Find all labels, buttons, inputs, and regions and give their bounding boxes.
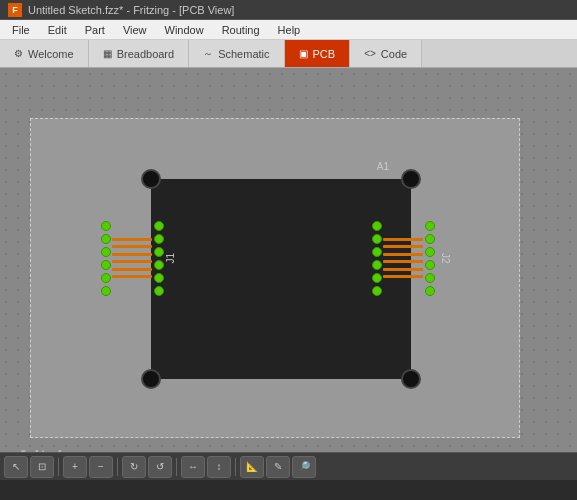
tool-zoom-fit[interactable]: ⊡ xyxy=(30,456,54,478)
pcb-icon: ▣ xyxy=(299,48,308,59)
menu-bar: File Edit Part View Window Routing Help xyxy=(0,20,577,40)
pad xyxy=(154,273,164,283)
tab-code-label: Code xyxy=(381,48,407,60)
tool-zoom-out[interactable]: − xyxy=(89,456,113,478)
trace xyxy=(383,268,423,271)
menu-part[interactable]: Part xyxy=(77,22,113,38)
pad xyxy=(101,273,111,283)
trace xyxy=(112,275,152,278)
trace xyxy=(112,260,152,263)
pad xyxy=(372,221,382,231)
menu-help[interactable]: Help xyxy=(270,22,309,38)
corner-dot-bl xyxy=(141,369,161,389)
pad xyxy=(425,247,435,257)
pad xyxy=(154,221,164,231)
pad xyxy=(372,260,382,270)
tab-pcb-label: PCB xyxy=(313,48,336,60)
tab-bar: ⚙ Welcome ▦ Breadboard ～ Schematic ▣ PCB… xyxy=(0,40,577,68)
j1-traces xyxy=(112,238,152,279)
menu-routing[interactable]: Routing xyxy=(214,22,268,38)
connector-j1: J1 xyxy=(99,219,180,297)
pad xyxy=(154,260,164,270)
pad xyxy=(425,234,435,244)
trace xyxy=(383,238,423,241)
pad xyxy=(101,247,111,257)
tool-rotate-ccw[interactable]: ↺ xyxy=(148,456,172,478)
tab-welcome[interactable]: ⚙ Welcome xyxy=(0,40,89,67)
trace xyxy=(383,275,423,278)
toolbar-separator xyxy=(58,458,59,476)
welcome-icon: ⚙ xyxy=(14,48,23,59)
menu-file[interactable]: File xyxy=(4,22,38,38)
tool-pointer[interactable]: ↖ xyxy=(4,456,28,478)
j1-left-pads xyxy=(99,219,112,297)
corner-dot-tl xyxy=(141,169,161,189)
j2-label: J2 xyxy=(440,253,451,264)
pad xyxy=(372,273,382,283)
toolbar-separator-3 xyxy=(176,458,177,476)
pad xyxy=(425,273,435,283)
app-icon: F xyxy=(8,3,22,17)
trace xyxy=(112,238,152,241)
bottom-toolbar: ↖ ⊡ + − ↻ ↺ ↔ ↕ 📐 ✎ 🔎 xyxy=(0,452,577,480)
corner-dot-tr xyxy=(401,169,421,189)
tab-breadboard-label: Breadboard xyxy=(117,48,175,60)
tool-notes[interactable]: ✎ xyxy=(266,456,290,478)
title-bar: F Untitled Sketch.fzz* - Fritzing - [PCB… xyxy=(0,0,577,20)
pad xyxy=(425,286,435,296)
breadboard-icon: ▦ xyxy=(103,48,112,59)
trace xyxy=(112,268,152,271)
j1-label: J1 xyxy=(165,253,176,264)
toolbar-separator-2 xyxy=(117,458,118,476)
pad xyxy=(101,221,111,231)
menu-window[interactable]: Window xyxy=(157,22,212,38)
pad xyxy=(101,286,111,296)
pad xyxy=(372,247,382,257)
j2-right-pads xyxy=(423,219,436,297)
pad xyxy=(425,260,435,270)
menu-view[interactable]: View xyxy=(115,22,155,38)
pad xyxy=(154,247,164,257)
tab-schematic-label: Schematic xyxy=(218,48,269,60)
tab-code[interactable]: <> Code xyxy=(350,40,422,67)
tool-inspector[interactable]: 🔎 xyxy=(292,456,316,478)
corner-dot-br xyxy=(401,369,421,389)
j2-traces xyxy=(383,238,423,279)
tab-breadboard[interactable]: ▦ Breadboard xyxy=(89,40,190,67)
pad xyxy=(101,234,111,244)
pcb-canvas[interactable]: A1 xyxy=(0,68,577,480)
tool-ruler[interactable]: 📐 xyxy=(240,456,264,478)
trace xyxy=(383,260,423,263)
pad xyxy=(372,286,382,296)
trace xyxy=(112,253,152,256)
pad xyxy=(425,221,435,231)
j1-right-pads xyxy=(152,219,165,297)
tab-pcb[interactable]: ▣ PCB xyxy=(285,40,351,67)
j1-assembly xyxy=(99,219,165,297)
trace xyxy=(112,245,152,248)
tool-rotate-cw[interactable]: ↻ xyxy=(122,456,146,478)
a1-label: A1 xyxy=(377,161,389,172)
toolbar-separator-4 xyxy=(235,458,236,476)
pad xyxy=(154,286,164,296)
pad xyxy=(101,260,111,270)
code-icon: <> xyxy=(364,48,376,59)
j2-left-pads xyxy=(370,219,383,297)
trace xyxy=(383,245,423,248)
j2-assembly xyxy=(370,219,436,297)
pad xyxy=(372,234,382,244)
connector-j2: J2 xyxy=(370,219,451,297)
pcb-board: A1 xyxy=(30,118,520,438)
schematic-icon: ～ xyxy=(203,47,213,61)
tab-welcome-label: Welcome xyxy=(28,48,74,60)
pad xyxy=(154,234,164,244)
tool-flip-h[interactable]: ↔ xyxy=(181,456,205,478)
tool-zoom-in[interactable]: + xyxy=(63,456,87,478)
menu-edit[interactable]: Edit xyxy=(40,22,75,38)
trace xyxy=(383,253,423,256)
window-title: Untitled Sketch.fzz* - Fritzing - [PCB V… xyxy=(28,4,234,16)
tab-schematic[interactable]: ～ Schematic xyxy=(189,40,284,67)
tool-flip-v[interactable]: ↕ xyxy=(207,456,231,478)
